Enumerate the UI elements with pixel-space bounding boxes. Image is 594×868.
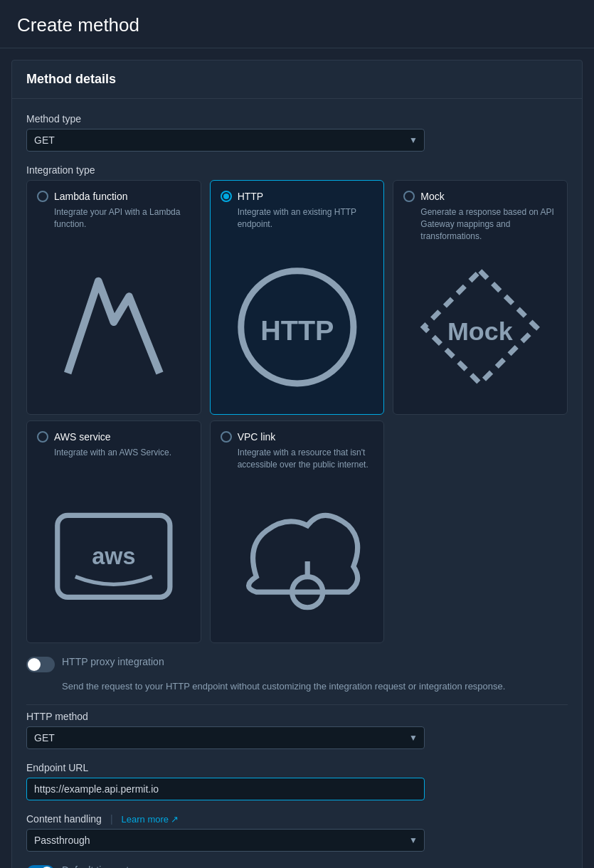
default-timeout-toggle[interactable] bbox=[26, 865, 55, 868]
method-details-card: Method details Method type GET POST PUT … bbox=[11, 60, 583, 868]
integration-grid-row1: Lambda function Integrate your API with … bbox=[26, 180, 568, 415]
content-handling-select[interactable]: Passthrough Convert to text Convert to b… bbox=[26, 829, 425, 852]
http-proxy-group: HTTP proxy integration Send the request … bbox=[26, 656, 568, 692]
lambda-icon bbox=[37, 242, 191, 404]
lambda-name: Lambda function bbox=[54, 191, 128, 202]
integration-card-lambda[interactable]: Lambda function Integrate your API with … bbox=[26, 180, 201, 415]
http-method-label: HTTP method bbox=[26, 711, 568, 722]
http-proxy-toggle-row: HTTP proxy integration bbox=[26, 656, 568, 672]
content-handling-select-wrapper: Passthrough Convert to text Convert to b… bbox=[26, 829, 425, 852]
content-handling-label: Content handling bbox=[26, 813, 102, 825]
default-timeout-toggle-row: Default timeout bbox=[26, 864, 568, 868]
aws-icon: aws bbox=[37, 471, 191, 633]
page-header: Create method bbox=[0, 0, 594, 48]
svg-rect-0 bbox=[37, 250, 191, 404]
endpoint-url-input[interactable] bbox=[26, 778, 425, 800]
integration-card-aws[interactable]: AWS service Integrate with an AWS Servic… bbox=[26, 420, 201, 643]
external-link-icon: ↗ bbox=[171, 814, 179, 825]
vpc-card-header: VPC link bbox=[221, 431, 374, 443]
method-type-group: Method type GET POST PUT DELETE PATCH HE… bbox=[26, 113, 568, 152]
http-method-group: HTTP method GET POST PUT DELETE PATCH HE… bbox=[26, 711, 568, 749]
learn-more-text: Learn more bbox=[122, 814, 169, 825]
divider bbox=[26, 704, 568, 705]
svg-text:aws: aws bbox=[92, 543, 135, 568]
default-timeout-label: Default timeout bbox=[62, 864, 129, 868]
method-details-body: Method type GET POST PUT DELETE PATCH HE… bbox=[12, 99, 582, 868]
integration-type-label: Integration type bbox=[26, 164, 568, 176]
integration-type-group: Integration type Lambda function Integra… bbox=[26, 164, 568, 643]
endpoint-url-label: Endpoint URL bbox=[26, 762, 568, 773]
lambda-desc: Integrate your API with a Lambda functio… bbox=[54, 206, 191, 231]
endpoint-url-group: Endpoint URL bbox=[26, 762, 568, 800]
integration-grid-row2: AWS service Integrate with an AWS Servic… bbox=[26, 420, 568, 643]
method-type-select[interactable]: GET POST PUT DELETE PATCH HEAD OPTIONS A… bbox=[26, 129, 425, 152]
http-method-select[interactable]: GET POST PUT DELETE PATCH HEAD OPTIONS A… bbox=[26, 726, 425, 749]
mock-radio[interactable] bbox=[403, 191, 415, 202]
http-method-select-wrapper: GET POST PUT DELETE PATCH HEAD OPTIONS A… bbox=[26, 726, 425, 749]
page-title: Create method bbox=[17, 14, 577, 36]
method-type-label: Method type bbox=[26, 113, 568, 125]
mock-card-header: Mock bbox=[403, 191, 557, 202]
http-card-header: HTTP bbox=[221, 191, 374, 202]
mock-icon: Mock bbox=[403, 242, 557, 404]
http-proxy-desc: Send the request to your HTTP endpoint w… bbox=[62, 681, 568, 692]
learn-more-link[interactable]: Learn more ↗ bbox=[122, 814, 179, 825]
http-radio[interactable] bbox=[221, 191, 232, 202]
http-proxy-label: HTTP proxy integration bbox=[62, 656, 164, 667]
integration-card-mock[interactable]: Mock Generate a response based on API Ga… bbox=[393, 180, 568, 415]
svg-text:Mock: Mock bbox=[447, 317, 514, 346]
lambda-card-header: Lambda function bbox=[37, 191, 191, 202]
aws-name: AWS service bbox=[54, 431, 111, 443]
integration-card-http[interactable]: HTTP Integrate with an existing HTTP end… bbox=[210, 180, 385, 415]
http-name: HTTP bbox=[238, 191, 264, 202]
http-icon: HTTP bbox=[221, 242, 374, 404]
label-separator: | bbox=[110, 813, 113, 825]
aws-radio[interactable] bbox=[37, 431, 48, 443]
method-type-select-wrapper: GET POST PUT DELETE PATCH HEAD OPTIONS A… bbox=[26, 129, 425, 152]
aws-desc: Integrate with an AWS Service. bbox=[54, 447, 191, 459]
vpc-icon bbox=[221, 471, 374, 633]
integration-card-vpc[interactable]: VPC link Integrate with a resource that … bbox=[210, 420, 385, 643]
vpc-radio[interactable] bbox=[221, 431, 232, 443]
default-timeout-group: Default timeout The default timeout is 2… bbox=[26, 864, 568, 868]
aws-card-header: AWS service bbox=[37, 431, 191, 443]
http-proxy-toggle[interactable] bbox=[26, 657, 55, 672]
mock-desc: Generate a response based on API Gateway… bbox=[420, 206, 557, 242]
vpc-name: VPC link bbox=[238, 431, 276, 443]
content-handling-group: Content handling | Learn more ↗ Passthro… bbox=[26, 813, 568, 852]
method-details-header: Method details bbox=[12, 60, 582, 99]
content-handling-label-row: Content handling | Learn more ↗ bbox=[26, 813, 568, 825]
http-desc: Integrate with an existing HTTP endpoint… bbox=[238, 206, 374, 231]
mock-name: Mock bbox=[420, 191, 444, 202]
lambda-radio[interactable] bbox=[37, 191, 48, 202]
vpc-desc: Integrate with a resource that isn't acc… bbox=[238, 447, 374, 471]
svg-text:HTTP: HTTP bbox=[260, 314, 334, 346]
